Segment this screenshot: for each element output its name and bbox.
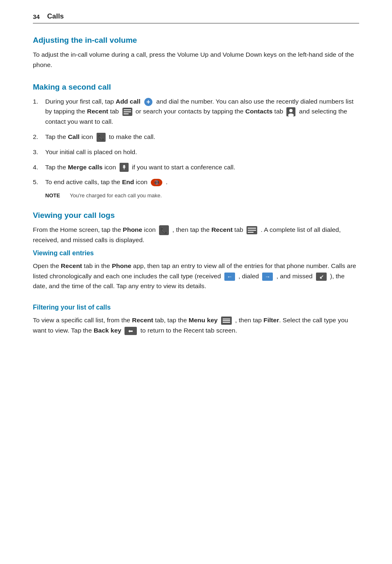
bold-add-call: Add call: [115, 98, 140, 105]
list-content-5: To end active calls, tap the End icon 📵 …: [45, 177, 359, 187]
viewing-entries-body: Open the Recent tab in the Phone app, th…: [33, 261, 359, 291]
viewing-call-logs-body: From the Home screen, tap the Phone icon…: [33, 225, 359, 245]
note-text: You're charged for each call you make.: [70, 192, 162, 199]
section-title-viewing-call-logs: Viewing your call logs: [33, 211, 359, 220]
subsection-filtering-calls: Filtering your list of calls To view a s…: [33, 304, 359, 336]
list-content-2: Tap the Call icon 📞 to make the call.: [45, 132, 359, 142]
bold-contacts-tab: Contacts: [245, 108, 272, 115]
bold-end: End: [122, 178, 134, 185]
list-content-4: Tap the Merge calls icon ↟ if you want t…: [45, 162, 359, 173]
end-icon: 📵: [150, 179, 163, 186]
svg-text:⬅: ⬅: [128, 328, 133, 334]
phone-icon: 📞: [158, 225, 170, 235]
missed-icon: ↙: [315, 273, 327, 281]
section-title-adjusting-volume: Adjusting the in-call volume: [33, 36, 359, 45]
svg-rect-5: [124, 113, 129, 114]
subsection-title-viewing-entries: Viewing call entries: [33, 250, 359, 257]
list-content-3: Your initial call is placed on hold.: [45, 147, 359, 157]
svg-rect-19: [248, 230, 256, 231]
page-title: Calls: [47, 12, 64, 21]
received-icon: ←: [224, 273, 236, 281]
bold-merge-calls: Merge calls: [68, 164, 102, 171]
svg-rect-4: [124, 111, 131, 112]
recent-icon-logs: [246, 226, 258, 234]
section-title-making-second-call: Making a second call: [33, 83, 359, 92]
bold-recent-2: Recent: [61, 262, 82, 269]
section-adjusting-volume: Adjusting the in-call volume To adjust t…: [33, 36, 359, 70]
bold-recent: Recent: [211, 226, 233, 233]
bold-call: Call: [68, 133, 79, 140]
bold-recent-filter: Recent: [132, 317, 153, 324]
merge-calls-icon: ↟: [119, 163, 129, 172]
svg-rect-28: [223, 319, 230, 319]
recent-tab-icon: [122, 108, 133, 116]
menu-key-icon: [220, 317, 233, 325]
svg-rect-20: [248, 232, 254, 233]
list-number-4: 4.: [33, 162, 45, 173]
dialed-icon: →: [261, 273, 274, 281]
list-number-5: 5.: [33, 177, 45, 187]
page-number: 34: [33, 13, 40, 20]
svg-rect-30: [223, 322, 230, 323]
bold-phone: Phone: [123, 226, 142, 233]
svg-point-7: [289, 109, 293, 112]
list-item-2: 2. Tap the Call icon 📞 to make the call.: [33, 132, 359, 142]
list-item-4: 4. Tap the Merge calls icon ↟ if you wan…: [33, 162, 359, 173]
section-making-second-call: Making a second call 1. During your firs…: [33, 83, 359, 199]
list-item-5: 5. To end active calls, tap the End icon…: [33, 177, 359, 187]
subsection-title-filtering-calls: Filtering your list of calls: [33, 304, 359, 311]
bold-phone-2: Phone: [112, 262, 131, 269]
bold-filter: Filter: [263, 317, 279, 324]
svg-text:+: +: [146, 98, 150, 105]
list-content-1: During your first call, tap Add call + a…: [45, 97, 359, 127]
svg-text:📵: 📵: [154, 179, 160, 185]
list-number-1: 1.: [33, 97, 45, 107]
add-call-icon: +: [143, 97, 154, 106]
svg-text:📞: 📞: [97, 134, 105, 141]
bold-recent-tab: Recent: [87, 108, 108, 115]
svg-text:↟: ↟: [122, 164, 127, 171]
subsection-viewing-entries: Viewing call entries Open the Recent tab…: [33, 250, 359, 291]
section-viewing-call-logs: Viewing your call logs From the Home scr…: [33, 211, 359, 336]
svg-text:→: →: [265, 273, 270, 280]
list-item-3: 3. Your initial call is placed on hold.: [33, 147, 359, 157]
list-number-3: 3.: [33, 147, 45, 157]
filtering-calls-body: To view a specific call list, from the R…: [33, 315, 359, 336]
note-box: NOTE You're charged for each call you ma…: [45, 192, 359, 199]
call-icon: 📞: [96, 133, 106, 142]
svg-text:↙: ↙: [319, 274, 323, 280]
svg-rect-3: [124, 109, 131, 110]
list-number-2: 2.: [33, 132, 45, 142]
contacts-tab-icon: [286, 107, 296, 116]
bold-back-key: Back key: [94, 327, 121, 334]
note-label: NOTE: [45, 192, 66, 199]
adjusting-volume-body: To adjust the in-call volume during a ca…: [33, 50, 359, 70]
page-header: 34 Calls: [33, 12, 359, 23]
bold-menu-key: Menu key: [189, 317, 218, 324]
back-key-icon: ⬅: [124, 327, 138, 335]
svg-rect-29: [223, 320, 230, 321]
page: 34 Calls Adjusting the in-call volume To…: [0, 0, 392, 564]
svg-text:←: ←: [227, 273, 233, 280]
svg-text:📞: 📞: [160, 227, 168, 234]
list-item-1: 1. During your first call, tap Add call …: [33, 97, 359, 127]
svg-rect-18: [248, 228, 256, 229]
